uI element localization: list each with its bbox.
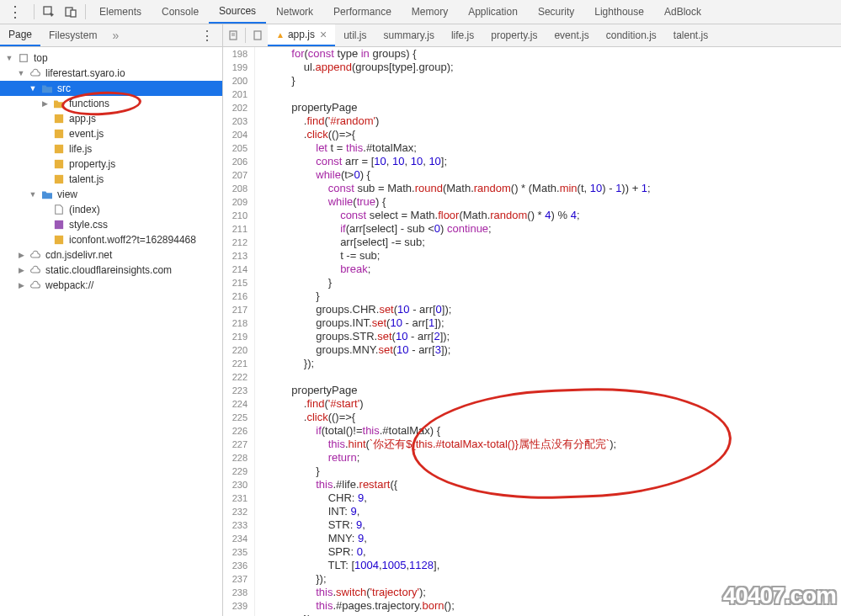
divider	[34, 4, 35, 19]
devtools-tab-console[interactable]: Console	[152, 0, 209, 24]
devtools-tab-elements[interactable]: Elements	[89, 0, 152, 24]
js-icon	[52, 113, 66, 125]
svg-rect-2	[71, 10, 76, 17]
devtools-tab-lighthouse[interactable]: Lighthouse	[584, 0, 654, 24]
folder-icon	[40, 82, 54, 94]
tree-node-label: functions	[69, 98, 109, 109]
warning-icon: ▲	[276, 30, 285, 40]
tree-node[interactable]: ▶functions	[0, 96, 222, 111]
device-toggle-icon[interactable]	[60, 0, 82, 24]
expand-arrow-icon[interactable]: ▶	[17, 266, 25, 274]
sidebar-tab-filesystem[interactable]: Filesystem	[40, 24, 105, 46]
editor-tab-label: life.js	[451, 29, 474, 41]
tree-node-label: life.js	[69, 143, 92, 155]
tree-node[interactable]: event.js	[0, 126, 222, 141]
tree-node-label: liferestart.syaro.io	[45, 67, 125, 79]
editor-tab-label: app.js	[288, 29, 315, 40]
sidebar-more-tabs[interactable]: »	[105, 29, 125, 42]
expand-arrow-icon[interactable]: ▼	[29, 84, 37, 93]
devtools-tab-performance[interactable]: Performance	[323, 0, 402, 24]
devtools-tab-network[interactable]: Network	[266, 0, 323, 24]
kebab-menu-icon[interactable]: ⋮	[0, 0, 30, 24]
tree-node[interactable]: ▼view	[0, 187, 222, 202]
tree-node[interactable]: ▼liferestart.syaro.io	[0, 66, 222, 81]
sidebar-tabbar: Page Filesystem » ⋮	[0, 24, 222, 47]
tree-node[interactable]: ▶cdn.jsdelivr.net	[0, 247, 222, 263]
nav-history-icon[interactable]	[223, 29, 243, 41]
editor-tab[interactable]: life.js	[443, 24, 482, 46]
tree-node[interactable]: talent.js	[0, 172, 222, 187]
expand-arrow-icon[interactable]: ▼	[5, 54, 13, 62]
tree-node-label: app.js	[69, 113, 96, 125]
divider	[245, 28, 246, 43]
tree-node-label: talent.js	[69, 173, 104, 185]
tree-node-label: top	[34, 52, 48, 64]
tree-node[interactable]: life.js	[0, 141, 222, 157]
tree-node[interactable]: ▶webpack://	[0, 278, 222, 293]
devtools-tab-memory[interactable]: Memory	[402, 0, 458, 24]
expand-arrow-icon[interactable]: ▼	[29, 190, 37, 199]
tree-node-label: property.js	[69, 158, 115, 170]
expand-arrow-icon[interactable]: ▶	[17, 281, 25, 289]
editor-tab-label: event.js	[554, 29, 588, 41]
expand-arrow-icon[interactable]: ▶	[17, 251, 25, 259]
code-editor[interactable]: 1981992002012022032042052062072082092102…	[223, 47, 841, 616]
sidebar-tab-page[interactable]: Page	[0, 24, 40, 46]
code-content[interactable]: for(const type in groups) { ul.append(gr…	[255, 47, 841, 616]
tree-node[interactable]: (index)	[0, 202, 222, 217]
expand-arrow-icon[interactable]: ▼	[17, 69, 25, 77]
tree-node-label: src	[57, 82, 71, 94]
folder-y-icon	[52, 98, 66, 109]
folder-icon	[40, 189, 54, 200]
devtools-tab-sources[interactable]: Sources	[209, 0, 266, 24]
editor-tab[interactable]: talent.js	[665, 24, 716, 46]
tree-node-label: iconfont.woff2?t=162894468	[69, 234, 196, 246]
tree-node-label: (index)	[69, 204, 100, 215]
css-icon	[52, 219, 66, 231]
editor-tab[interactable]: summary.js	[375, 24, 442, 46]
devtools-tab-application[interactable]: Application	[458, 0, 528, 24]
tree-node[interactable]: ▼top	[0, 50, 222, 66]
editor-tab[interactable]: event.js	[546, 24, 597, 46]
cloud-icon	[29, 264, 42, 276]
editor-tab-label: util.js	[343, 29, 366, 41]
editor-tabbar: ▲app.js×util.jssummary.jslife.jsproperty…	[223, 24, 841, 47]
devtools-toolbar: ⋮ ElementsConsoleSourcesNetworkPerforman…	[0, 0, 841, 24]
sidebar-kebab-icon[interactable]: ⋮	[192, 28, 222, 44]
editor-tab-label: condition.js	[606, 29, 657, 41]
js-icon	[52, 143, 66, 155]
editor-tab[interactable]: property.js	[482, 24, 546, 46]
tree-node[interactable]: property.js	[0, 157, 222, 172]
devtools-tab-security[interactable]: Security	[528, 0, 584, 24]
editor-tab[interactable]: condition.js	[598, 24, 665, 46]
line-gutter: 1981992002012022032042052062072082092102…	[223, 47, 255, 616]
svg-rect-6	[254, 31, 261, 40]
close-icon[interactable]: ×	[320, 28, 327, 41]
js-icon	[52, 173, 66, 185]
tree-node[interactable]: iconfont.woff2?t=162894468	[0, 232, 222, 247]
tree-node-label: event.js	[69, 128, 104, 140]
cloud-icon	[29, 67, 42, 79]
tree-node-label: view	[57, 189, 77, 200]
tree-node[interactable]: app.js	[0, 111, 222, 126]
expand-arrow-icon[interactable]: ▶	[40, 99, 49, 108]
editor-tab-label: summary.js	[383, 29, 434, 41]
editor-tab[interactable]: ▲app.js×	[268, 24, 335, 46]
editor-tab[interactable]: util.js	[335, 24, 375, 46]
tree-node[interactable]: ▼src	[0, 81, 222, 96]
divider	[85, 4, 86, 19]
tree-node-label: cdn.jsdelivr.net	[45, 249, 112, 261]
tree-node[interactable]: ▶static.cloudflareinsights.com	[0, 263, 222, 278]
tree-node-label: static.cloudflareinsights.com	[45, 264, 172, 276]
file-tree[interactable]: ▼top▼liferestart.syaro.io▼src▶functionsa…	[0, 47, 222, 616]
file-info-icon[interactable]	[248, 29, 268, 41]
navigator-sidebar: Page Filesystem » ⋮ ▼top▼liferestart.sya…	[0, 24, 223, 616]
js-icon	[52, 158, 66, 170]
js-icon	[52, 234, 66, 246]
editor-tab-label: property.js	[491, 29, 537, 41]
tree-node[interactable]: style.css	[0, 217, 222, 232]
inspect-element-icon[interactable]	[38, 0, 60, 24]
cloud-icon	[29, 249, 42, 261]
devtools-tab-adblock[interactable]: AdBlock	[654, 0, 711, 24]
js-icon	[52, 128, 66, 140]
